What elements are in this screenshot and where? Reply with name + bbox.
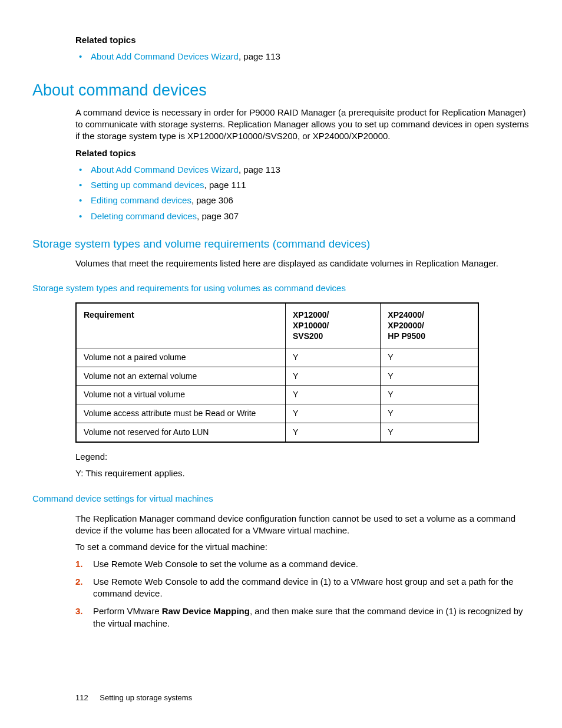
requirements-table: Requirement XP12000/ XP10000/ SVS200 XP2… [75, 302, 479, 443]
list-item: About Add Command Devices Wizard, page 1… [75, 51, 530, 62]
list-item: Setting up command devices, page 111 [75, 179, 530, 191]
table-row: Volume not reserved for Auto LUNYY [76, 423, 478, 442]
cell: Y [381, 386, 478, 404]
list-item: Editing command devices, page 306 [75, 195, 530, 206]
cell: Volume access attribute must be Read or … [76, 404, 286, 423]
cell: Y [286, 404, 381, 423]
cell: Volume not a paired volume [76, 348, 286, 367]
list-item: Deleting command devices, page 307 [75, 210, 530, 222]
heading-about-command-devices: About command devices [32, 80, 530, 101]
link-add-command-devices-wizard[interactable]: About Add Command Devices Wizard [91, 164, 239, 174]
link-suffix: , page 111 [204, 180, 246, 190]
cell: Y [381, 423, 478, 442]
link-suffix: , page 113 [239, 51, 280, 61]
legend-text: Y: This requirement applies. [75, 467, 530, 479]
step-2: Use Remote Web Console to add the comman… [75, 576, 530, 600]
col-xp24000: XP24000/ XP20000/ HP P9500 [381, 303, 478, 348]
intro-paragraph: A command device is necessary in order f… [75, 107, 530, 143]
related-topics-heading-1: Related topics [75, 34, 530, 46]
cell: Y [286, 348, 381, 367]
vm-paragraph-1: The Replication Manager command device c… [75, 513, 530, 537]
step-1: Use Remote Web Console to set the volume… [75, 558, 530, 570]
table-row: Volume access attribute must be Read or … [76, 404, 478, 423]
storage-types-paragraph: Volumes that meet the requirements liste… [75, 258, 530, 269]
cell: Y [381, 367, 478, 386]
cell: Volume not reserved for Auto LUN [76, 423, 286, 442]
legend-label: Legend: [75, 451, 530, 463]
cell: Volume not an external volume [76, 367, 286, 386]
cell: Y [286, 386, 381, 404]
link-add-command-devices-wizard[interactable]: About Add Command Devices Wizard [91, 51, 239, 61]
link-suffix: , page 307 [197, 211, 239, 221]
table-row: Volume not a paired volumeYY [76, 348, 478, 367]
link-deleting-command-devices[interactable]: Deleting command devices [91, 211, 197, 221]
vm-paragraph-2: To set a command device for the virtual … [75, 541, 530, 553]
link-editing-command-devices[interactable]: Editing command devices [91, 195, 191, 205]
vm-steps-list: Use Remote Web Console to set the volume… [75, 558, 530, 630]
cell: Y [381, 348, 478, 367]
link-suffix: , page 306 [191, 195, 233, 205]
heading-storage-system-types: Storage system types and volume requirem… [32, 236, 530, 252]
table-header-row: Requirement XP12000/ XP10000/ SVS200 XP2… [76, 303, 478, 348]
related-topics-heading-2: Related topics [75, 147, 530, 159]
table-row: Volume not an external volumeYY [76, 367, 478, 386]
link-setting-up-command-devices[interactable]: Setting up command devices [91, 180, 204, 190]
cell: Y [286, 423, 381, 442]
step-3-bold: Raw Device Mapping [162, 606, 250, 616]
cell: Y [286, 367, 381, 386]
table-row: Volume not a virtual volumeYY [76, 386, 478, 404]
col-requirement: Requirement [76, 303, 286, 348]
cell: Volume not a virtual volume [76, 386, 286, 404]
cell: Y [381, 404, 478, 423]
col-xp12000: XP12000/ XP10000/ SVS200 [286, 303, 381, 348]
list-item: About Add Command Devices Wizard, page 1… [75, 164, 530, 176]
related-topics-list-2: About Add Command Devices Wizard, page 1… [75, 164, 530, 222]
step-3: Perform VMware Raw Device Mapping, and t… [75, 605, 530, 630]
table-title: Storage system types and requirements fo… [32, 282, 530, 294]
step-3-text-a: Perform VMware [93, 606, 162, 616]
related-topics-list-1: About Add Command Devices Wizard, page 1… [75, 51, 530, 62]
link-suffix: , page 113 [239, 164, 280, 174]
heading-command-device-vm: Command device settings for virtual mach… [32, 493, 530, 505]
